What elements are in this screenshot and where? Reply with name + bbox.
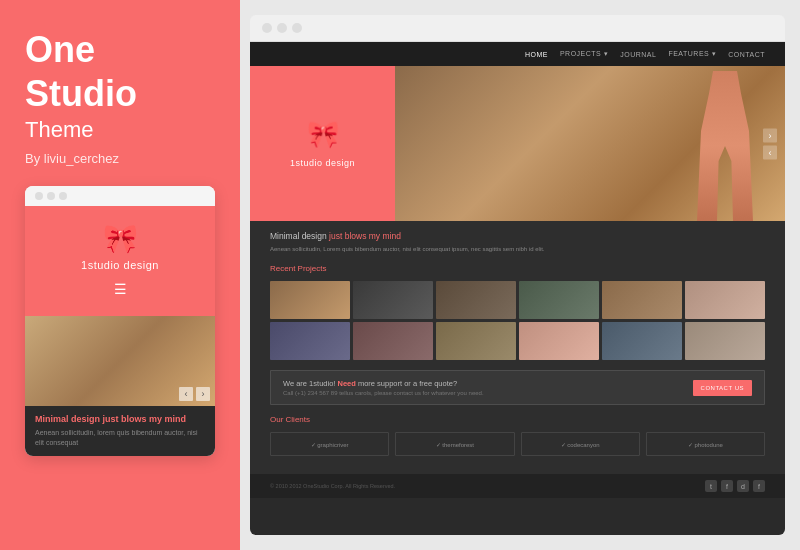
social-flickr[interactable]: f xyxy=(753,480,765,492)
projects-grid xyxy=(270,281,765,360)
project-thumb-1[interactable] xyxy=(270,281,350,319)
client-codecanyon: ✓ codecanyon xyxy=(521,432,640,456)
nav-projects[interactable]: PROJECTS ▾ xyxy=(560,50,608,58)
mobile-next-arrow[interactable]: › xyxy=(196,387,210,401)
mobile-image-section: ‹ › xyxy=(25,316,215,406)
cta-text-3: more support or a free quote? xyxy=(356,379,457,388)
theme-subtitle: Theme xyxy=(25,117,215,143)
desktop-mockup-wrapper: HOME PROJECTS ▾ JOURNAL FEATURES ▾ CONTA… xyxy=(240,0,800,550)
mobile-dot-1 xyxy=(35,192,43,200)
clients-title: Our Clients xyxy=(270,415,765,424)
project-thumb-7[interactable] xyxy=(270,322,350,360)
browser-dot-1 xyxy=(262,23,272,33)
social-dribbble[interactable]: d xyxy=(737,480,749,492)
mobile-slider-arrows: ‹ › xyxy=(179,387,210,401)
tagline-highlight: just blows my mind xyxy=(329,231,401,241)
mobile-logo-text: 1studio design xyxy=(81,259,159,271)
theme-title-block: One Studio Theme By liviu_cerchez xyxy=(25,30,215,186)
project-thumb-12[interactable] xyxy=(685,322,765,360)
mobile-menu-icon: ☰ xyxy=(114,281,127,297)
hero-slider-arrows: › ‹ xyxy=(763,128,777,159)
site-navigation: HOME PROJECTS ▾ JOURNAL FEATURES ▾ CONTA… xyxy=(250,42,785,66)
cta-banner: We are 1studio! Need more support or a f… xyxy=(270,370,765,405)
site-hero: 🎀 1studio design › ‹ xyxy=(250,66,785,221)
client-graphicriver: ✓ graphicriver xyxy=(270,432,389,456)
mobile-mockup: 🎀 1studio design ☰ ‹ › Minimal design ju… xyxy=(25,186,215,456)
project-thumb-11[interactable] xyxy=(602,322,682,360)
mobile-prev-arrow[interactable]: ‹ xyxy=(179,387,193,401)
project-thumb-8[interactable] xyxy=(353,322,433,360)
project-thumb-3[interactable] xyxy=(436,281,516,319)
cta-subtext: Call (+1) 234 567 89 tellus carols, plea… xyxy=(283,390,484,396)
hero-next-arrow[interactable]: ‹ xyxy=(763,145,777,159)
hero-model-image xyxy=(685,71,765,221)
browser-content: HOME PROJECTS ▾ JOURNAL FEATURES ▾ CONTA… xyxy=(250,42,785,535)
footer-social-links: t f d f xyxy=(705,480,765,492)
clients-section: Our Clients ✓ graphicriver ✓ themeforest… xyxy=(270,415,765,456)
hero-bowtie-icon: 🎀 xyxy=(307,119,339,150)
site-tagline: Minimal design just blows my mind xyxy=(270,231,765,241)
nav-contact[interactable]: CONTACT xyxy=(728,51,765,58)
mobile-body-text: Aenean sollicitudin, lorem quis bibendum… xyxy=(35,428,205,448)
client-themeforest: ✓ themeforest xyxy=(395,432,514,456)
hero-logo-panel: 🎀 1studio design xyxy=(250,66,395,221)
site-footer: © 2010 2012 OneStudio Corp. All Rights R… xyxy=(250,474,785,498)
site-description: Aenean sollicitudin, Lorem quis bibendum… xyxy=(270,245,765,254)
hero-logo-text: 1studio design xyxy=(290,158,355,168)
browser-chrome xyxy=(250,15,785,42)
nav-journal[interactable]: JOURNAL xyxy=(620,51,656,58)
left-panel: One Studio Theme By liviu_cerchez 🎀 1stu… xyxy=(0,0,240,550)
project-thumb-4[interactable] xyxy=(519,281,599,319)
theme-author: By liviu_cerchez xyxy=(25,151,215,166)
cta-headline: We are 1studio! Need more support or a f… xyxy=(283,379,484,388)
mobile-dot-2 xyxy=(47,192,55,200)
nav-features[interactable]: FEATURES ▾ xyxy=(668,50,716,58)
client-label-1: ✓ graphicriver xyxy=(311,441,349,448)
site-main-content: Minimal design just blows my mind Aenean… xyxy=(250,221,785,474)
project-thumb-9[interactable] xyxy=(436,322,516,360)
mobile-browser-bar xyxy=(25,186,215,206)
mobile-dot-3 xyxy=(59,192,67,200)
hero-image-panel: › ‹ xyxy=(395,66,785,221)
client-label-3: ✓ codecanyon xyxy=(561,441,600,448)
client-photodune: ✓ photodune xyxy=(646,432,765,456)
mobile-hero-section: 🎀 1studio design ☰ xyxy=(25,206,215,316)
theme-name-line1: One xyxy=(25,30,215,70)
social-twitter[interactable]: t xyxy=(705,480,717,492)
client-label-4: ✓ photodune xyxy=(688,441,723,448)
hero-prev-arrow[interactable]: › xyxy=(763,128,777,142)
browser-dot-2 xyxy=(277,23,287,33)
theme-name-line2: Studio xyxy=(25,74,215,114)
browser-dot-3 xyxy=(292,23,302,33)
project-thumb-6[interactable] xyxy=(685,281,765,319)
tagline-normal: Minimal design xyxy=(270,231,329,241)
mobile-headline: Minimal design just blows my mind xyxy=(35,414,205,424)
recent-projects-title: Recent Projects xyxy=(270,264,765,273)
cta-contact-button[interactable]: CONTACT US xyxy=(693,380,752,396)
cta-text-block: We are 1studio! Need more support or a f… xyxy=(283,379,484,396)
clients-grid: ✓ graphicriver ✓ themeforest ✓ codecanyo… xyxy=(270,432,765,456)
social-facebook[interactable]: f xyxy=(721,480,733,492)
cta-text-1: We are 1studio! xyxy=(283,379,337,388)
project-thumb-10[interactable] xyxy=(519,322,599,360)
mobile-bowtie-icon: 🎀 xyxy=(103,225,138,253)
footer-copyright: © 2010 2012 OneStudio Corp. All Rights R… xyxy=(270,483,395,489)
nav-home[interactable]: HOME xyxy=(525,51,548,58)
project-thumb-2[interactable] xyxy=(353,281,433,319)
project-thumb-5[interactable] xyxy=(602,281,682,319)
mobile-content-section: Minimal design just blows my mind Aenean… xyxy=(25,406,215,456)
client-label-2: ✓ themeforest xyxy=(436,441,474,448)
cta-text-2: Need xyxy=(337,379,355,388)
